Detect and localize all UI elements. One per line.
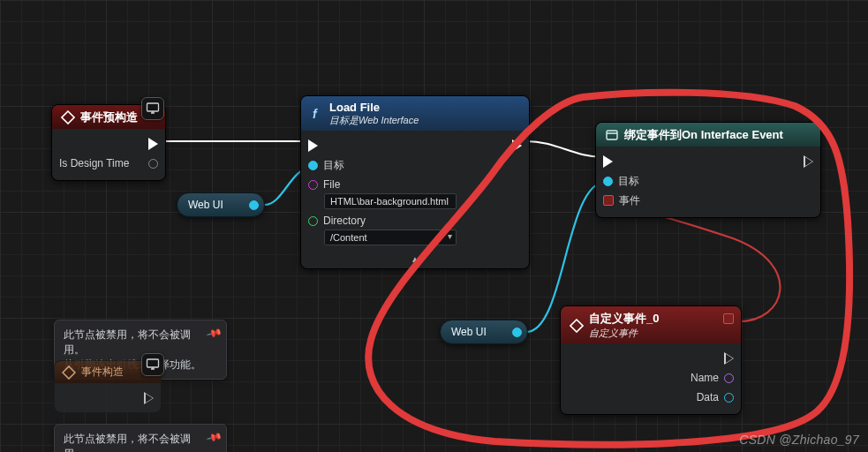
note-line: 此节点被禁用，将不会被调用。 bbox=[64, 328, 191, 356]
note-line: 此节点被禁用，将不会被调用。 bbox=[64, 433, 191, 452]
node-bind-event[interactable]: 绑定事件到On Interface Event 目标 事件 bbox=[595, 122, 821, 218]
data-out-pin[interactable] bbox=[724, 393, 734, 403]
svg-rect-3 bbox=[147, 359, 159, 367]
exec-out-pin[interactable] bbox=[144, 392, 154, 404]
node-header: f Load File 目标是Web Interface bbox=[301, 96, 529, 131]
svg-text:f: f bbox=[313, 107, 318, 121]
node-load-file[interactable]: f Load File 目标是Web Interface 目标 File HTM… bbox=[300, 95, 530, 269]
object-out-pin[interactable] bbox=[512, 328, 522, 337]
node-header: 绑定事件到On Interface Event bbox=[596, 123, 820, 147]
exec-in-pin[interactable] bbox=[308, 139, 318, 152]
node-title: 自定义事件_0 bbox=[589, 312, 659, 325]
function-icon: f bbox=[310, 107, 324, 121]
node-title: 事件构造 bbox=[81, 365, 124, 380]
exec-out-pin[interactable] bbox=[724, 352, 734, 365]
svg-rect-0 bbox=[147, 103, 159, 111]
directory-select[interactable]: /Content bbox=[324, 230, 457, 245]
expand-chevron[interactable]: ▲ bbox=[301, 252, 529, 268]
variable-webui-1[interactable]: Web UI bbox=[177, 192, 265, 217]
variable-label: Web UI bbox=[451, 326, 487, 338]
exec-out-pin[interactable] bbox=[804, 155, 813, 168]
target-in-pin[interactable] bbox=[308, 161, 318, 170]
monitor-badge bbox=[141, 353, 164, 376]
node-subtitle: 自定义事件 bbox=[589, 327, 659, 340]
pin-label: Data bbox=[697, 391, 719, 403]
pushpin-icon: 📌 bbox=[205, 427, 223, 447]
directory-in-pin[interactable] bbox=[308, 216, 318, 226]
event-icon bbox=[62, 365, 76, 380]
pin-label: Is Design Time bbox=[59, 157, 129, 170]
pushpin-icon: 📌 bbox=[205, 323, 223, 343]
file-input[interactable]: HTML\bar-background.html bbox=[324, 193, 457, 209]
node-header: 自定义事件_0 自定义事件 bbox=[561, 306, 741, 343]
file-in-pin[interactable] bbox=[308, 180, 318, 190]
event-icon bbox=[570, 319, 584, 333]
pin-label: 目标 bbox=[618, 174, 639, 189]
node-custom-event[interactable]: 自定义事件_0 自定义事件 Name Data bbox=[560, 305, 742, 415]
bind-icon bbox=[605, 128, 619, 142]
exec-in-pin[interactable] bbox=[603, 155, 613, 168]
node-title: Load File bbox=[329, 101, 380, 114]
variable-label: Web UI bbox=[188, 199, 223, 211]
pin-label: 事件 bbox=[619, 193, 640, 208]
target-in-pin[interactable] bbox=[603, 177, 613, 186]
object-out-pin[interactable] bbox=[249, 200, 259, 210]
pin-label: 目标 bbox=[323, 158, 344, 173]
exec-out-pin[interactable] bbox=[148, 138, 158, 150]
pin-label: File bbox=[323, 178, 340, 191]
monitor-badge bbox=[141, 97, 164, 120]
delegate-out-pin[interactable] bbox=[723, 313, 734, 324]
pin-label: Name bbox=[691, 372, 719, 384]
variable-webui-2[interactable]: Web UI bbox=[440, 320, 528, 344]
event-delegate-in-pin[interactable] bbox=[603, 195, 614, 206]
pin-label: Directory bbox=[323, 215, 366, 227]
watermark: CSDN @Zhichao_97 bbox=[739, 433, 859, 447]
event-icon bbox=[61, 110, 75, 124]
node-title: 事件预构造 bbox=[80, 109, 138, 125]
bool-out-pin[interactable] bbox=[148, 159, 158, 169]
name-out-pin[interactable] bbox=[724, 373, 734, 383]
disabled-note-2: 此节点被禁用，将不会被调用。 📌 bbox=[54, 424, 227, 452]
node-subtitle: 目标是Web Interface bbox=[329, 114, 419, 127]
exec-out-pin[interactable] bbox=[512, 139, 522, 152]
svg-rect-2 bbox=[607, 131, 617, 139]
node-title: 绑定事件到On Interface Event bbox=[624, 127, 783, 143]
